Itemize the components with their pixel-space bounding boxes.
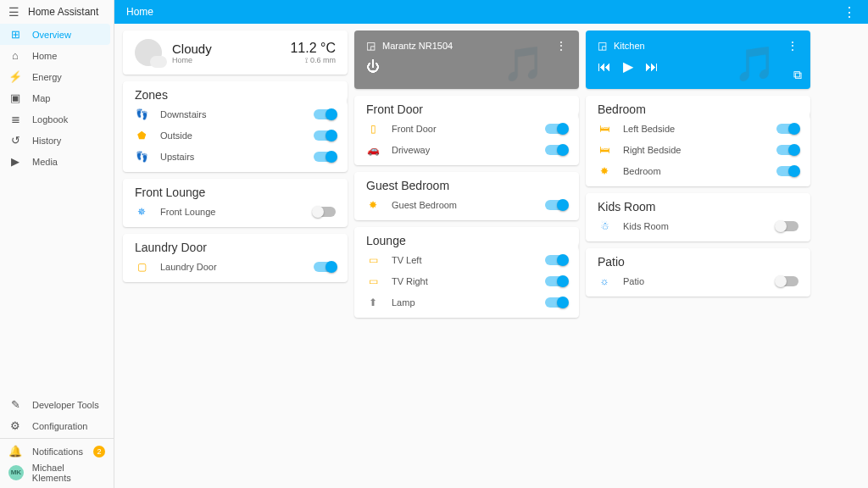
entity-row[interactable]: ▭ TV Left: [354, 249, 579, 270]
card-header: Kids Room: [586, 193, 810, 215]
menu-icon[interactable]: ☰: [8, 5, 19, 19]
entity-row[interactable]: ▯ Front Door: [354, 118, 579, 139]
entities-card: Zones 👣 Downstairs ⬟ Outside 👣 Upstairs: [123, 81, 348, 172]
toggle-switch[interactable]: [545, 276, 567, 286]
sidebar-nav: ⊞Overview⌂Home⚡Energy▣Map≣Logbook↺Histor…: [0, 24, 114, 389]
nav-icon: ⊞: [8, 28, 22, 41]
sidebar-item-label: Logbook: [32, 114, 68, 125]
entity-row[interactable]: ▢ Laundry Door: [123, 256, 348, 277]
sidebar-item-map[interactable]: ▣Map: [0, 87, 114, 108]
toggle-switch[interactable]: [776, 276, 798, 286]
toggle-switch[interactable]: [314, 207, 336, 217]
toggle-switch[interactable]: [545, 297, 567, 308]
card-header: Zones: [123, 81, 348, 103]
entity-icon: ☼: [598, 275, 611, 287]
toggle-switch[interactable]: [314, 152, 336, 162]
entity-name: Left Bedside: [623, 124, 776, 134]
gear-icon: ⚙: [8, 419, 22, 432]
entity-icon: ▭: [366, 254, 380, 266]
nav-icon: ⚡: [8, 70, 22, 83]
entity-row[interactable]: ⬆ Lamp: [354, 291, 579, 313]
sidebar-item-label: Media: [32, 157, 58, 167]
overflow-menu-icon[interactable]: ⋮: [555, 39, 567, 53]
sidebar-item-label: Developer Tools: [32, 400, 99, 410]
toggle-switch[interactable]: [545, 255, 567, 265]
sidebar-item-label: Home: [32, 51, 57, 61]
entity-name: Downstairs: [160, 109, 314, 119]
card-title: Lounge: [366, 234, 406, 247]
toggle-switch[interactable]: [776, 145, 798, 155]
overflow-menu-icon[interactable]: ⋮: [787, 39, 798, 53]
entity-name: TV Right: [392, 276, 545, 286]
sidebar-item-energy[interactable]: ⚡Energy: [0, 66, 114, 87]
page-title: Home: [126, 6, 153, 18]
picture-in-picture-icon[interactable]: ⧉: [793, 68, 802, 82]
card-title: Front Lounge: [135, 186, 205, 199]
sidebar-item-user[interactable]: MK Michael Klements: [0, 462, 114, 483]
toggle-switch[interactable]: [545, 200, 567, 210]
sidebar-item-devtools[interactable]: ✎ Developer Tools: [0, 394, 114, 415]
sidebar-item-configuration[interactable]: ⚙ Configuration: [0, 415, 114, 436]
sidebar-item-logbook[interactable]: ≣Logbook: [0, 108, 114, 130]
entity-row[interactable]: ☼ Patio: [586, 270, 810, 291]
toggle-switch[interactable]: [776, 124, 798, 134]
overflow-menu-icon[interactable]: ⋮: [843, 4, 856, 20]
entity-row[interactable]: ✵ Front Lounge: [123, 201, 348, 222]
toggle-switch[interactable]: [314, 262, 336, 272]
entity-row[interactable]: 🚗 Driveway: [354, 139, 579, 160]
entity-name: Front Lounge: [160, 207, 314, 217]
play-icon[interactable]: ▶: [623, 58, 633, 75]
dashboard: Cloudy Home 11.2 °C ⟟ 0.6 mm Zones 👣 Dow…: [114, 24, 868, 488]
card-header: Lounge: [354, 227, 579, 249]
entity-name: Front Door: [392, 124, 545, 134]
power-icon[interactable]: ⏻: [366, 59, 380, 75]
nav-icon: ▶: [8, 155, 22, 168]
card-title: Laundry Door: [135, 241, 207, 254]
media-art-icon: 🎵: [503, 44, 545, 84]
entity-row[interactable]: 🛏 Right Bedside: [586, 139, 810, 160]
entity-row[interactable]: ▭ TV Right: [354, 270, 579, 291]
sidebar-item-home[interactable]: ⌂Home: [0, 45, 114, 66]
entity-row[interactable]: ✸ Guest Bedroom: [354, 194, 579, 215]
toggle-switch[interactable]: [314, 130, 336, 141]
toggle-switch[interactable]: [314, 109, 336, 119]
toggle-switch[interactable]: [776, 221, 798, 231]
column-1: Cloudy Home 11.2 °C ⟟ 0.6 mm Zones 👣 Dow…: [123, 30, 348, 282]
entity-name: Kids Room: [623, 221, 776, 231]
card-header: Bedroom: [586, 96, 810, 118]
column-2: ◲ Marantz NR1504 ⋮ 🎵 ⏻ Front Door ▯ Fron…: [354, 30, 579, 318]
toggle-switch[interactable]: [545, 124, 567, 134]
entity-icon: ▢: [135, 261, 148, 273]
entity-icon: ✸: [366, 199, 380, 211]
entity-row[interactable]: 🛏 Left Bedside: [586, 118, 810, 139]
sidebar-item-label: Notifications: [32, 446, 83, 457]
entity-icon: ☃: [598, 220, 611, 232]
entity-row[interactable]: ☃ Kids Room: [586, 215, 810, 236]
entity-row[interactable]: 👣 Upstairs: [123, 146, 348, 167]
toggle-switch[interactable]: [545, 145, 567, 155]
sidebar-item-history[interactable]: ↺History: [0, 130, 114, 151]
next-track-icon[interactable]: ⏭: [645, 59, 659, 75]
sidebar-item-media[interactable]: ▶Media: [0, 151, 114, 172]
entity-name: Laundry Door: [160, 262, 314, 272]
card-title: Front Door: [366, 103, 423, 116]
media-card: ◲ Marantz NR1504 ⋮ 🎵 ⏻: [354, 30, 579, 89]
card-title: Guest Bedroom: [366, 179, 449, 192]
prev-track-icon[interactable]: ⏮: [598, 59, 611, 75]
sidebar: ☰ Home Assistant ⊞Overview⌂Home⚡Energy▣M…: [0, 0, 114, 488]
cast-icon: ◲: [598, 40, 607, 52]
card-header: Patio: [586, 248, 810, 270]
media-name: Kitchen: [614, 41, 645, 51]
sidebar-item-overview[interactable]: ⊞Overview: [0, 24, 110, 45]
card-header: Front Door: [354, 96, 579, 118]
card-title: Zones: [135, 88, 168, 102]
media-art-icon: 🎵: [734, 44, 776, 84]
entity-row[interactable]: ✸ Bedroom: [586, 160, 810, 181]
weather-card[interactable]: Cloudy Home 11.2 °C ⟟ 0.6 mm: [123, 30, 348, 75]
entity-name: Outside: [160, 130, 314, 141]
sidebar-item-notifications[interactable]: 🔔 Notifications 2: [0, 441, 114, 462]
entity-row[interactable]: ⬟ Outside: [123, 125, 348, 146]
entity-icon: ⬟: [135, 130, 148, 141]
entity-row[interactable]: 👣 Downstairs: [123, 103, 348, 125]
toggle-switch[interactable]: [776, 166, 798, 176]
